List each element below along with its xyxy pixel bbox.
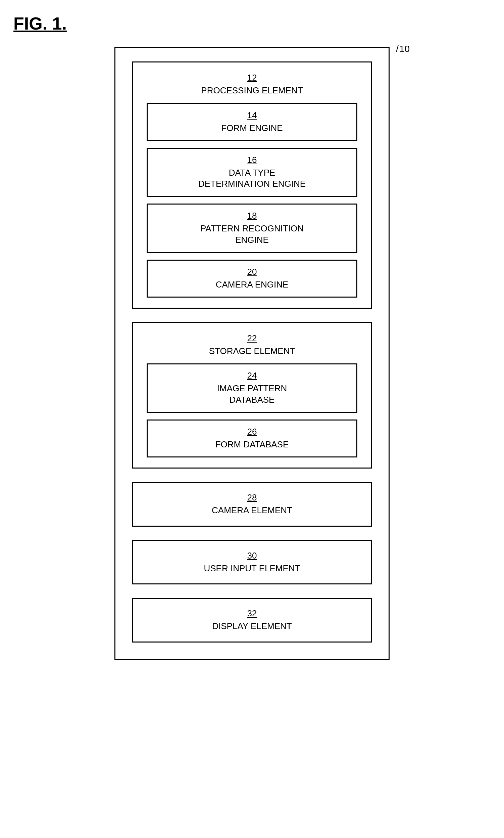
camera-element-box: 28 CAMERA ELEMENT: [132, 482, 372, 527]
diagram-container: 10 12 PROCESSING ELEMENT 14 FORM ENGINE …: [114, 47, 390, 660]
form-engine-label: FORM ENGINE: [221, 123, 283, 133]
storage-element-label: STORAGE ELEMENT: [209, 346, 295, 356]
image-pattern-database-ref: 24: [154, 371, 350, 381]
form-database-ref: 26: [154, 427, 350, 437]
processing-element-header: 12 PROCESSING ELEMENT: [147, 72, 357, 97]
processing-element-box: 12 PROCESSING ELEMENT 14 FORM ENGINE 16 …: [132, 62, 372, 309]
display-element-label: DISPLAY ELEMENT: [212, 621, 292, 631]
form-database-box: 26 FORM DATABASE: [147, 420, 357, 458]
image-pattern-database-label: IMAGE PATTERNDATABASE: [217, 383, 287, 405]
user-input-element-box: 30 USER INPUT ELEMENT: [132, 540, 372, 585]
form-engine-ref: 14: [154, 110, 350, 121]
user-input-element-ref: 30: [140, 550, 364, 561]
figure-title: FIG. 1.: [14, 14, 490, 34]
system-outer-box: 12 PROCESSING ELEMENT 14 FORM ENGINE 16 …: [114, 47, 390, 660]
processing-children: 14 FORM ENGINE 16 DATA TYPEDETERMINATION…: [147, 103, 357, 297]
processing-element-label: PROCESSING ELEMENT: [201, 85, 303, 96]
camera-engine-ref: 20: [154, 267, 350, 277]
pattern-recognition-engine-ref: 18: [154, 210, 350, 221]
page: FIG. 1. 10 12 PROCESSING ELEMENT 14 FORM…: [0, 0, 504, 838]
pattern-recognition-engine-box: 18 PATTERN RECOGNITIONENGINE: [147, 204, 357, 253]
camera-engine-label: CAMERA ENGINE: [216, 279, 289, 290]
storage-children: 24 IMAGE PATTERNDATABASE 26 FORM DATABAS…: [147, 363, 357, 457]
form-database-label: FORM DATABASE: [215, 439, 289, 449]
display-element-box: 32 DISPLAY ELEMENT: [132, 598, 372, 643]
storage-element-header: 22 STORAGE ELEMENT: [147, 333, 357, 357]
storage-element-ref: 22: [147, 333, 357, 344]
camera-element-ref: 28: [140, 492, 364, 503]
processing-element-ref: 12: [147, 72, 357, 83]
system-ref-number: 10: [396, 44, 410, 54]
camera-engine-box: 20 CAMERA ENGINE: [147, 260, 357, 297]
form-engine-box: 14 FORM ENGINE: [147, 103, 357, 141]
display-element-ref: 32: [140, 608, 364, 619]
data-type-engine-ref: 16: [154, 155, 350, 165]
image-pattern-database-box: 24 IMAGE PATTERNDATABASE: [147, 363, 357, 413]
data-type-engine-label: DATA TYPEDETERMINATION ENGINE: [198, 168, 306, 189]
data-type-engine-box: 16 DATA TYPEDETERMINATION ENGINE: [147, 148, 357, 197]
pattern-recognition-engine-label: PATTERN RECOGNITIONENGINE: [200, 223, 304, 245]
user-input-element-label: USER INPUT ELEMENT: [204, 563, 300, 573]
storage-element-box: 22 STORAGE ELEMENT 24 IMAGE PATTERNDATAB…: [132, 322, 372, 468]
camera-element-label: CAMERA ELEMENT: [212, 505, 292, 515]
